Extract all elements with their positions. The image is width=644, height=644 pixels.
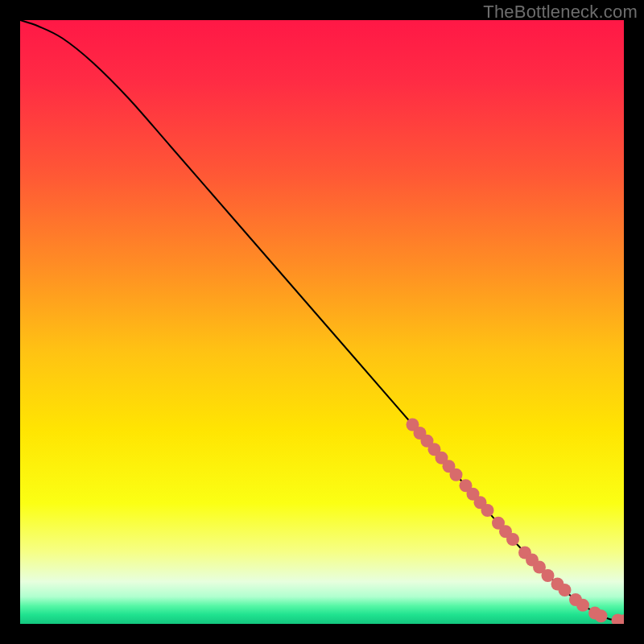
- plot-area: [20, 20, 624, 624]
- data-marker: [576, 599, 589, 612]
- gradient-background: [20, 20, 624, 624]
- data-marker: [481, 504, 494, 517]
- data-marker: [506, 533, 519, 546]
- data-marker: [595, 609, 608, 622]
- chart-svg: [20, 20, 624, 624]
- data-marker: [559, 584, 572, 597]
- data-marker: [542, 569, 555, 582]
- data-marker: [450, 469, 463, 481]
- chart-stage: TheBottleneck.com: [0, 0, 644, 644]
